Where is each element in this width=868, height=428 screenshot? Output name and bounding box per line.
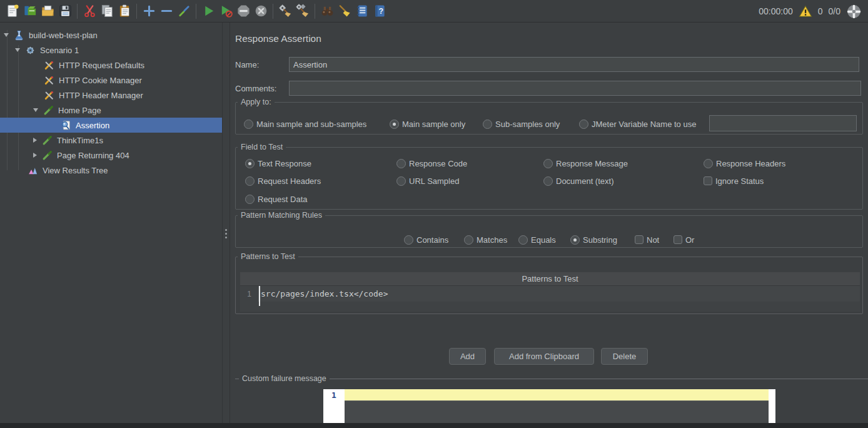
radio-icon (245, 159, 255, 168)
radio-substring[interactable]: Substring (570, 235, 617, 245)
radio-text-response[interactable]: Text Response (245, 158, 311, 168)
name-label: Name: (235, 60, 259, 69)
tree-item-http-header-manager[interactable]: HTTP Header Manager (0, 88, 222, 103)
add-button[interactable]: Add (449, 348, 486, 365)
checkbox-ignore-status[interactable]: Ignore Status (704, 176, 764, 186)
tree-item-test-plan[interactable]: build-web-test-plan (0, 28, 222, 43)
tree-item-label: Scenario 1 (40, 46, 79, 55)
clear-all-icon[interactable] (294, 2, 311, 21)
radio-request-headers[interactable]: Request Headers (245, 176, 321, 186)
expand-arrow-icon[interactable] (33, 108, 38, 112)
radio-jmeter-variable[interactable]: JMeter Variable Name to use (579, 119, 696, 129)
save-icon[interactable] (56, 2, 74, 21)
checkbox-or[interactable]: Or (674, 235, 694, 245)
add-from-clipboard-button[interactable]: Add from Clipboard (494, 348, 594, 365)
radio-icon (570, 235, 580, 245)
field-to-test-group: Field to Test Text Response Response Cod… (235, 147, 863, 210)
checkbox-icon (674, 235, 682, 244)
radio-response-headers[interactable]: Response Headers (704, 158, 785, 168)
tree-item-http-request-defaults[interactable]: HTTP Request Defaults (0, 58, 222, 73)
warning-icon[interactable] (799, 5, 812, 18)
collapse-arrow-icon[interactable] (33, 138, 37, 143)
shutdown-icon[interactable] (235, 2, 252, 21)
pattern-matching-rules-group: Pattern Matching Rules Contains Matches … (235, 215, 863, 248)
field-to-test-legend: Field to Test (238, 143, 286, 152)
radio-main-and-subsamples[interactable]: Main sample and sub-samples (244, 119, 366, 129)
patterns-table: Patterns to Test 1 src/pages/index.tsx</… (240, 272, 860, 312)
row-number: 1 (240, 286, 259, 302)
radio-response-message[interactable]: Response Message (543, 158, 628, 168)
radio-document-text[interactable]: Document (text) (543, 176, 613, 186)
tree-item-label: Assertion (76, 121, 109, 130)
tree-item-view-results-tree[interactable]: View Results Tree (0, 163, 222, 178)
config-element-icon (44, 60, 54, 71)
jmeter-variable-input[interactable] (709, 115, 857, 131)
radio-icon (245, 195, 255, 204)
copy-icon[interactable] (98, 2, 116, 21)
templates-icon[interactable] (21, 2, 39, 21)
radio-icon (390, 120, 399, 129)
radio-equals[interactable]: Equals (518, 235, 556, 245)
delete-button[interactable]: Delete (601, 348, 648, 365)
expand-all-icon[interactable] (140, 2, 158, 21)
pattern-cell[interactable]: src/pages/index.tsx</code> (259, 286, 388, 302)
toggle-icon[interactable] (175, 2, 193, 21)
config-element-icon (44, 75, 54, 86)
collapse-arrow-icon[interactable] (33, 153, 37, 158)
radio-matches[interactable]: Matches (464, 235, 507, 245)
tree-item-page-404[interactable]: Page Returning 404 (0, 148, 222, 163)
custom-failure-message-editor[interactable]: 1 (323, 389, 775, 423)
svg-text:?: ? (378, 7, 383, 16)
table-empty-area (240, 302, 860, 312)
radio-subsamples-only[interactable]: Sub-samples only (483, 119, 560, 129)
splitter-grip[interactable] (225, 229, 227, 238)
toolbar-separator (136, 4, 137, 19)
checkbox-icon (635, 235, 643, 244)
checkbox-not[interactable]: Not (635, 235, 659, 245)
open-file-icon[interactable] (39, 2, 56, 21)
radio-main-sample-only[interactable]: Main sample only (390, 119, 465, 129)
comments-label: Comments: (235, 84, 276, 93)
start-icon[interactable] (199, 2, 217, 21)
name-input[interactable] (289, 57, 859, 72)
stop-icon[interactable] (252, 2, 270, 21)
text-caret (259, 286, 260, 306)
tree-item-thread-group[interactable]: Scenario 1 (0, 43, 222, 58)
paste-icon[interactable] (116, 2, 133, 21)
pattern-row[interactable]: 1 src/pages/index.tsx</code> (240, 286, 860, 302)
radio-request-data[interactable]: Request Data (245, 194, 308, 204)
remote-indicator-icon[interactable] (846, 4, 862, 19)
patterns-column-header[interactable]: Patterns to Test (240, 272, 860, 286)
collapse-all-icon[interactable] (158, 2, 175, 21)
expand-arrow-icon[interactable] (4, 33, 9, 37)
panel-splitter[interactable] (222, 23, 230, 428)
tree-item-http-cookie-manager[interactable]: HTTP Cookie Manager (0, 73, 222, 88)
tree-item-thinktime[interactable]: ThinkTime1s (0, 133, 222, 148)
editor-current-line-highlight[interactable] (345, 389, 769, 401)
start-no-pauses-icon[interactable] (217, 2, 235, 21)
tree-item-label: HTTP Request Defaults (59, 61, 144, 70)
radio-icon (543, 159, 553, 168)
clear-icon[interactable] (276, 2, 294, 21)
thread-count: 0/0 (829, 6, 840, 16)
radio-response-code[interactable]: Response Code (396, 158, 467, 168)
radio-url-sampled[interactable]: URL Sampled (396, 176, 459, 186)
tree-item-assertion[interactable]: Assertion (0, 118, 222, 133)
function-helper-icon[interactable] (353, 2, 371, 21)
help-icon[interactable]: ? (371, 2, 388, 21)
search-reset-icon[interactable] (336, 2, 353, 21)
toolbar-separator (77, 4, 78, 19)
search-icon[interactable] (318, 2, 336, 21)
response-assertion-panel: Response Assertion Name: Comments: Apply… (230, 23, 868, 428)
cut-icon[interactable] (81, 2, 98, 21)
new-file-icon[interactable] (4, 2, 21, 21)
radio-contains[interactable]: Contains (404, 235, 448, 245)
radio-icon (704, 159, 713, 168)
tree-item-home-page[interactable]: Home Page (0, 103, 222, 118)
sampler-icon (42, 135, 53, 146)
comments-input[interactable] (289, 81, 861, 96)
apply-to-legend: Apply to: (238, 98, 275, 107)
editor-scrollbar[interactable] (769, 389, 775, 423)
expand-arrow-icon[interactable] (15, 48, 20, 52)
radio-icon (464, 235, 473, 245)
